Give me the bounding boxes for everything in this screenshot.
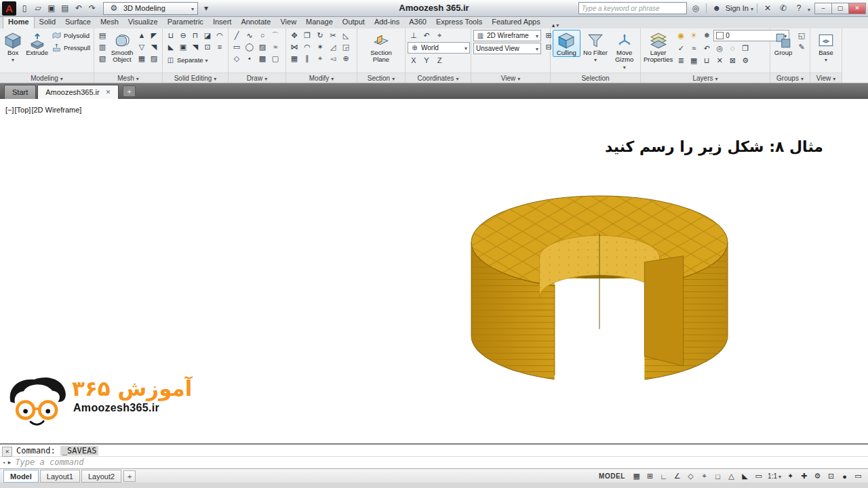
tab-output[interactable]: Output	[338, 16, 370, 28]
mirror-icon[interactable]: ⋈	[288, 41, 300, 52]
tab-featured-apps[interactable]: Featured Apps	[487, 16, 545, 28]
group-edit-icon[interactable]: ✎	[795, 41, 808, 52]
help-icon[interactable]: ?	[792, 2, 806, 14]
region-icon[interactable]: ▢	[269, 53, 281, 64]
ucs-icon[interactable]: ⊥	[408, 30, 420, 41]
layer-unisolate-icon[interactable]: ◌	[726, 43, 738, 54]
layout-tab-model[interactable]: Model	[3, 470, 39, 483]
viewport-visual-style-control[interactable]: [2D Wireframe]	[31, 106, 81, 114]
panel-label-view-output[interactable]: View	[810, 73, 842, 83]
annotation-scale-button[interactable]: 1:1	[765, 472, 784, 480]
tab-visualize[interactable]: Visualize	[123, 16, 163, 28]
spline-icon[interactable]: ≈	[269, 41, 281, 52]
panel-label-draw[interactable]: Draw	[229, 73, 285, 83]
layout-tab-layout1[interactable]: Layout1	[40, 470, 80, 483]
make-current-icon[interactable]: ✓	[675, 43, 687, 54]
isolate-objects-icon[interactable]: ⊡	[825, 470, 837, 482]
polar-tracking-icon[interactable]: ∠	[671, 470, 684, 482]
new-drawing-button[interactable]: +	[123, 85, 136, 97]
tab-add-ins[interactable]: Add-ins	[370, 16, 404, 28]
visual-style-select[interactable]: ▥ 2D Wireframe	[473, 30, 541, 41]
object-snap-tracking-icon[interactable]: ⌖	[698, 470, 711, 482]
separate-button[interactable]: ◫ Separate	[165, 54, 226, 65]
box-button[interactable]: Box	[2, 30, 24, 64]
polyline-icon[interactable]: ∿	[243, 30, 256, 41]
panel-label-mesh[interactable]: Mesh	[94, 73, 162, 83]
erase-icon[interactable]: ◺	[340, 30, 352, 41]
tab-insert[interactable]: Insert	[208, 16, 237, 28]
autoscale-icon[interactable]: ✚	[797, 470, 810, 482]
no-filter-button[interactable]: No Filter	[582, 30, 610, 64]
circle-icon[interactable]: ○	[256, 30, 269, 41]
new-layout-button[interactable]: +	[123, 470, 136, 482]
snap-icon[interactable]: ⊞	[644, 470, 656, 482]
qat-menu-button[interactable]: ▾	[199, 2, 213, 14]
space-label[interactable]: MODEL	[599, 472, 625, 480]
trim-icon[interactable]: ✂	[327, 30, 339, 41]
refine-mesh-icon[interactable]: ▦	[136, 53, 148, 64]
point-icon[interactable]: •	[243, 53, 256, 64]
tab-manage[interactable]: Manage	[301, 16, 338, 28]
ucs-select[interactable]: ⊕ World	[408, 42, 470, 54]
ucs-z-icon[interactable]: Z	[433, 55, 446, 66]
tab-view[interactable]: View	[275, 16, 301, 28]
workspace-select[interactable]: ⚙ 3D Modeling	[103, 2, 198, 15]
layout-tab-layout2[interactable]: Layout2	[81, 470, 121, 483]
open-file-icon[interactable]: ▱	[31, 2, 45, 14]
culling-button[interactable]: Culling	[553, 30, 580, 57]
rotate-icon[interactable]: ↻	[314, 30, 326, 41]
tab-close-icon[interactable]: ✕	[106, 89, 111, 96]
panel-label-coordinates[interactable]: Coordinates	[406, 73, 471, 83]
drawing-area[interactable]: [−] [Top] [2D Wireframe] مثال ۸: شکل زیر…	[0, 99, 868, 443]
join-icon[interactable]: ⊕	[340, 53, 352, 64]
drawing-3d-solid[interactable]	[471, 194, 728, 384]
plot-icon[interactable]: ▤	[58, 2, 72, 14]
extrude-button[interactable]: Extrude	[25, 30, 49, 57]
taper-faces-icon[interactable]: ◥	[189, 41, 201, 52]
section-plane-button[interactable]: Section Plane	[366, 30, 396, 64]
ucs-origin-icon[interactable]: ⌖	[433, 30, 446, 41]
smooth-object-button[interactable]: Smooth Object	[110, 30, 134, 64]
arc-icon[interactable]: ⌒	[269, 30, 281, 41]
panel-label-groups[interactable]: Groups	[770, 73, 810, 83]
tab-a360[interactable]: A360	[404, 16, 431, 28]
command-close-button[interactable]: ✕	[2, 447, 12, 457]
layer-properties-button[interactable]: Layer Properties	[643, 30, 673, 64]
mesh-wedge-icon[interactable]: ▥	[96, 41, 108, 52]
move-gizmo-button[interactable]: Move Gizmo	[610, 30, 638, 71]
graphics-performance-icon[interactable]: ●	[838, 470, 851, 482]
panel-label-section[interactable]: Section	[357, 73, 405, 83]
delete-layer-icon[interactable]: ✕	[713, 55, 726, 66]
vp-freeze-icon[interactable]: ▦	[688, 55, 700, 66]
redo-icon[interactable]: ↷	[85, 2, 99, 14]
dynamic-input-icon[interactable]: ▭	[752, 470, 765, 482]
explode-icon[interactable]: ✶	[314, 41, 326, 52]
smooth-less-icon[interactable]: ▽	[136, 41, 148, 52]
ribbon-collapse-button[interactable]: ▴	[549, 22, 562, 28]
copy-icon[interactable]: ❐	[301, 30, 313, 41]
hatch-icon[interactable]: ▨	[256, 41, 269, 52]
stretch-icon[interactable]: ◿	[327, 41, 339, 52]
file-tab-document[interactable]: Amoozesh365.ir ✕	[37, 85, 119, 99]
command-input[interactable]	[14, 457, 868, 468]
union-icon[interactable]: ⊔	[165, 30, 177, 41]
exercise-heading-text[interactable]: مثال ۸: شکل زیر را رسم کنید	[605, 138, 823, 155]
3d-object-snap-icon[interactable]: △	[725, 470, 738, 482]
panel-label-modeling[interactable]: Modeling	[0, 73, 94, 83]
intersect-icon[interactable]: ⊓	[189, 30, 201, 41]
tab-solid[interactable]: Solid	[35, 16, 60, 28]
polysolid-button[interactable]: Polysolid	[50, 30, 92, 41]
file-tab-start[interactable]: Start	[4, 85, 36, 99]
ortho-icon[interactable]: ∟	[657, 470, 670, 482]
tab-parametric[interactable]: Parametric	[163, 16, 208, 28]
smooth-more-icon[interactable]: ▲	[136, 30, 148, 41]
fillet-edge-icon[interactable]: ◠	[214, 30, 226, 41]
tab-annotate[interactable]: Annotate	[236, 16, 275, 28]
mesh-edit-icon[interactable]: ▨	[148, 53, 160, 64]
polygon-icon[interactable]: ◇	[231, 53, 243, 64]
array-icon[interactable]: ▦	[288, 53, 300, 64]
ellipse-icon[interactable]: ◯	[243, 41, 256, 52]
presspull-button[interactable]: Presspull	[50, 42, 92, 53]
rectangle-icon[interactable]: ▭	[231, 41, 243, 52]
layer-isolate-icon[interactable]: ◎	[713, 43, 726, 54]
